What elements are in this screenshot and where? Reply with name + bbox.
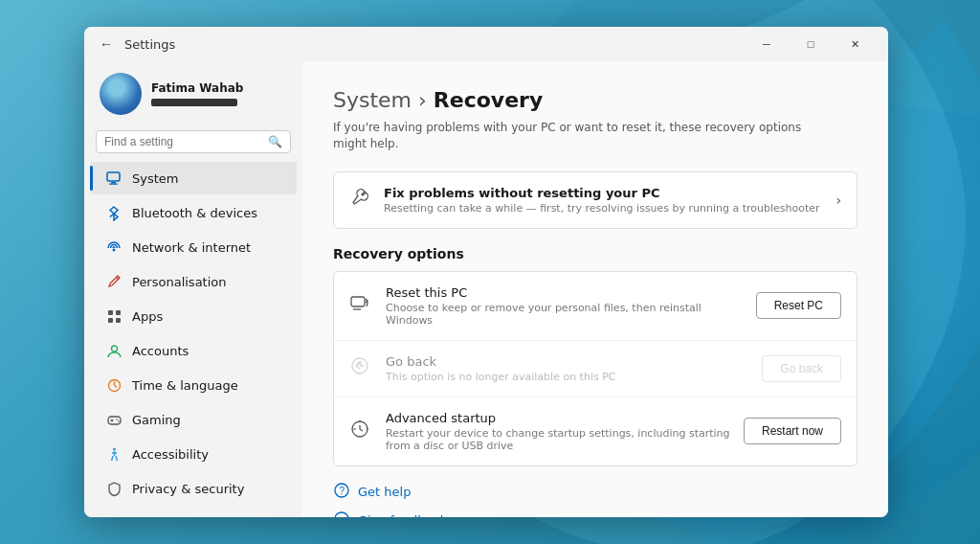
svg-point-11 [111, 346, 117, 351]
get-help-link[interactable]: ? Get help [333, 482, 858, 503]
sidebar-item-personalisation[interactable]: Personalisation [90, 265, 297, 298]
go-back-row: Go back This option is no longer availab… [334, 341, 857, 397]
recovery-section-title: Recovery options [333, 246, 858, 261]
avatar [100, 73, 142, 115]
gaming-icon [105, 411, 122, 428]
get-help-label: Get help [358, 485, 411, 499]
titlebar-controls: ─ □ ✕ [745, 29, 877, 59]
sidebar-label-network: Network & internet [132, 240, 251, 255]
sidebar-item-gaming[interactable]: Gaming [90, 403, 297, 436]
fix-card[interactable]: Fix problems without resetting your PC R… [333, 171, 858, 229]
apps-icon [105, 307, 122, 325]
close-button[interactable]: ✕ [833, 29, 877, 59]
system-icon [105, 170, 122, 187]
search-box[interactable]: 🔍 [96, 130, 291, 153]
reset-pc-button[interactable]: Reset PC [756, 292, 841, 319]
sidebar-label-privacy: Privacy & security [132, 482, 244, 496]
titlebar-left: ← Settings [96, 34, 175, 54]
user-email-bar [151, 99, 237, 106]
advanced-startup-title: Advanced startup [386, 411, 730, 425]
get-help-icon: ? [333, 482, 350, 503]
accounts-icon [105, 342, 122, 359]
minimize-button[interactable]: ─ [745, 29, 789, 59]
bluetooth-icon [105, 204, 122, 221]
reset-pc-text: Reset this PC Choose to keep or remove y… [386, 285, 743, 327]
privacy-icon [105, 480, 122, 497]
advanced-startup-icon [349, 419, 372, 444]
svg-line-14 [114, 385, 117, 387]
sidebar-item-accessibility[interactable]: Accessibility [90, 438, 297, 470]
svg-rect-10 [116, 318, 121, 323]
network-icon [105, 238, 122, 256]
sidebar-label-accounts: Accounts [132, 344, 189, 358]
avatar-image [100, 73, 142, 115]
breadcrumb-parent: System [333, 88, 412, 112]
svg-rect-3 [109, 183, 118, 184]
reset-pc-title: Reset this PC [386, 285, 743, 300]
accessibility-icon [105, 445, 122, 463]
window-body: Fatima Wahab 🔍 System Bluetooth & dev [84, 61, 888, 517]
fix-card-title: Fix problems without resetting your PC [384, 186, 835, 200]
search-input[interactable] [104, 135, 268, 148]
restart-now-button[interactable]: Restart now [744, 418, 841, 444]
sidebar-item-accounts[interactable]: Accounts [90, 334, 297, 367]
svg-rect-15 [108, 417, 121, 424]
personalisation-icon [105, 273, 122, 290]
fix-card-arrow: › [835, 193, 841, 208]
sidebar-label-system: System [132, 171, 178, 186]
main-content: System › Recovery If you're having probl… [302, 61, 888, 517]
sidebar: Fatima Wahab 🔍 System Bluetooth & dev [84, 61, 302, 517]
user-info: Fatima Wahab [151, 81, 243, 106]
titlebar: ← Settings ─ □ ✕ [84, 27, 888, 61]
give-feedback-link[interactable]: Give feedback [333, 510, 858, 517]
give-feedback-icon [333, 510, 350, 517]
svg-rect-2 [111, 182, 116, 184]
svg-point-18 [116, 419, 118, 420]
titlebar-title: Settings [124, 37, 175, 52]
sidebar-item-privacy[interactable]: Privacy & security [90, 472, 297, 505]
svg-rect-7 [108, 310, 113, 315]
sidebar-item-bluetooth[interactable]: Bluetooth & devices [90, 196, 297, 229]
breadcrumb: System › Recovery [333, 88, 858, 112]
breadcrumb-separator: › [418, 88, 434, 112]
sidebar-item-time[interactable]: Time & language [90, 369, 297, 401]
sidebar-item-network[interactable]: Network & internet [90, 231, 297, 263]
go-back-title: Go back [386, 354, 748, 369]
svg-line-6 [117, 278, 119, 280]
sidebar-item-apps[interactable]: Apps [90, 300, 297, 332]
sidebar-label-gaming: Gaming [132, 413, 181, 427]
svg-rect-8 [116, 310, 121, 315]
svg-point-5 [112, 248, 115, 251]
breadcrumb-current: Recovery [434, 88, 543, 112]
svg-point-20 [113, 447, 116, 450]
svg-rect-21 [351, 297, 365, 306]
user-section: Fatima Wahab [84, 61, 302, 123]
go-back-text: Go back This option is no longer availab… [386, 354, 748, 383]
advanced-startup-desc: Restart your device to change startup se… [386, 427, 730, 452]
page-subtitle: If you're having problems with your PC o… [333, 120, 831, 152]
user-name: Fatima Wahab [151, 81, 243, 95]
reset-pc-desc: Choose to keep or remove your personal f… [386, 302, 743, 327]
svg-text:?: ? [340, 486, 345, 496]
give-feedback-label: Give feedback [358, 513, 447, 517]
footer-links: ? Get help Give feedback [333, 482, 858, 517]
sidebar-item-system[interactable]: System [90, 162, 297, 194]
go-back-button: Go back [762, 355, 841, 382]
fix-card-icon [349, 187, 370, 213]
svg-rect-9 [108, 318, 113, 323]
back-button[interactable]: ← [96, 34, 117, 54]
svg-point-19 [118, 420, 120, 422]
maximize-button[interactable]: □ [789, 29, 833, 59]
sidebar-label-accessibility: Accessibility [132, 447, 209, 462]
sidebar-label-bluetooth: Bluetooth & devices [132, 206, 257, 220]
fix-card-text: Fix problems without resetting your PC R… [384, 186, 835, 215]
reset-pc-row: Reset this PC Choose to keep or remove y… [334, 272, 857, 341]
settings-window: ← Settings ─ □ ✕ Fatima Wahab [84, 27, 888, 517]
go-back-icon [349, 355, 372, 381]
go-back-desc: This option is no longer available on th… [386, 371, 748, 383]
search-icon: 🔍 [268, 135, 282, 148]
sidebar-label-personalisation: Personalisation [132, 275, 227, 289]
time-icon [105, 376, 122, 394]
fix-card-desc: Resetting can take a while — first, try … [384, 202, 835, 215]
reset-pc-icon [349, 293, 372, 319]
